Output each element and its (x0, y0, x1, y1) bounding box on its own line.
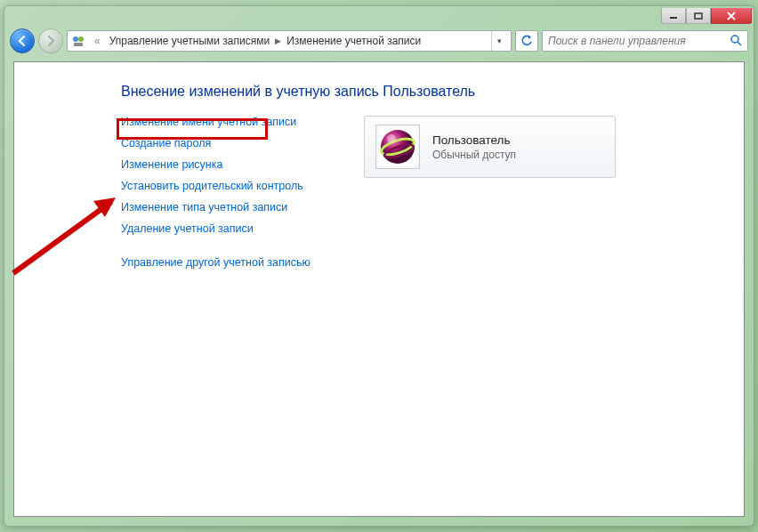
svg-point-5 (731, 36, 738, 43)
action-links: Изменение имени учетной записи Создание … (121, 116, 310, 269)
search-input[interactable] (548, 35, 726, 47)
minimize-button[interactable] (661, 8, 686, 24)
back-button[interactable] (10, 28, 35, 53)
search-box[interactable] (542, 30, 748, 52)
page-title: Внесение изменений в учетную запись Поль… (121, 84, 744, 100)
window-frame: « Управление учетными записями ▶ Изменен… (4, 5, 754, 527)
close-button[interactable] (711, 8, 752, 24)
address-dropdown[interactable]: ▾ (491, 31, 507, 51)
svg-line-6 (738, 42, 741, 45)
refresh-button[interactable] (515, 30, 538, 52)
breadcrumb-level1[interactable]: Управление учетными записями (109, 35, 270, 47)
avatar-sphere-icon (378, 127, 417, 166)
link-create-password[interactable]: Создание пароля (121, 137, 310, 149)
user-name: Пользователь (432, 133, 516, 147)
svg-rect-4 (74, 43, 83, 46)
user-type: Обычный доступ (432, 149, 516, 161)
breadcrumb-level2[interactable]: Изменение учетной записи (286, 35, 421, 47)
breadcrumb-separator-icon: ▶ (275, 36, 281, 45)
close-icon (726, 12, 737, 20)
breadcrumb-prefix: « (91, 35, 104, 47)
link-manage-other[interactable]: Управление другой учетной записью (121, 256, 310, 269)
refresh-icon (520, 35, 533, 47)
link-delete-account[interactable]: Удаление учетной записи (121, 222, 310, 235)
user-card: Пользователь Обычный доступ (364, 116, 616, 178)
link-parental-controls[interactable]: Установить родительский контроль (121, 180, 310, 192)
titlebar (4, 6, 754, 26)
maximize-button[interactable] (686, 8, 711, 24)
maximize-icon (694, 12, 703, 20)
link-change-name[interactable]: Изменение имени учетной записи (121, 116, 310, 128)
control-panel-icon (71, 34, 85, 48)
minimize-icon (669, 12, 678, 20)
svg-point-10 (387, 134, 396, 143)
svg-rect-1 (695, 13, 702, 19)
user-info: Пользователь Обычный доступ (432, 133, 516, 161)
svg-point-3 (78, 36, 84, 42)
search-icon (730, 34, 742, 49)
svg-rect-0 (670, 17, 677, 19)
link-change-picture[interactable]: Изменение рисунка (121, 158, 310, 171)
content-pane: Внесение изменений в учетную запись Поль… (13, 61, 745, 517)
avatar (375, 125, 420, 169)
arrow-right-icon (44, 35, 57, 47)
arrow-left-icon (16, 35, 28, 47)
svg-point-2 (73, 36, 78, 42)
link-change-type[interactable]: Изменение типа учетной записи (121, 201, 310, 214)
forward-button[interactable] (38, 28, 63, 53)
navbar: « Управление учетными записями ▶ Изменен… (4, 26, 754, 56)
address-bar[interactable]: « Управление учетными записями ▶ Изменен… (67, 30, 512, 52)
